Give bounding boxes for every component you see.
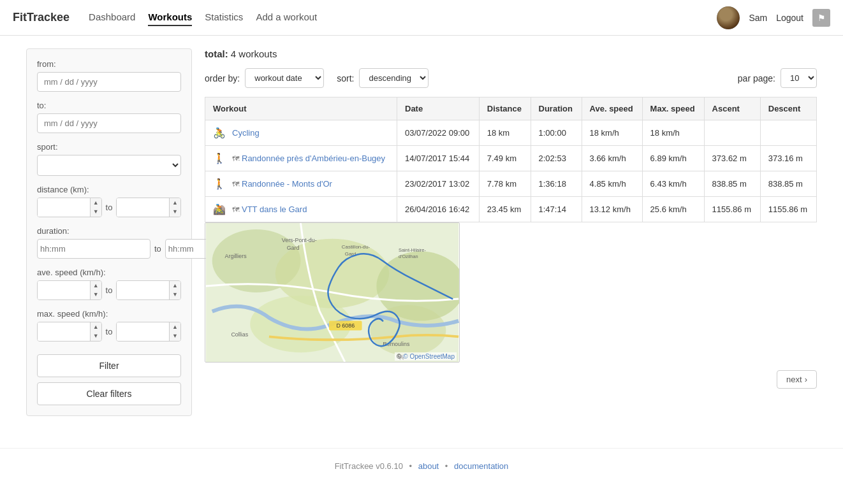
filter-max-speed-max-spinner: ▲ ▼ <box>116 322 181 342</box>
filter-distance-max-spinner: ▲ ▼ <box>116 198 181 217</box>
nav-right: Sam Logout ⚑ <box>717 6 830 29</box>
filter-ave-speed-min-input[interactable] <box>38 281 90 299</box>
workout-max-speed-2: 6.89 km/h <box>642 146 704 171</box>
filter-ave-speed-min-up[interactable]: ▲ <box>91 281 101 291</box>
filter-ave-speed-max-down[interactable]: ▼ <box>170 291 180 300</box>
footer-about-link[interactable]: about <box>418 461 439 471</box>
nav-statistics[interactable]: Statistics <box>205 9 243 26</box>
workout-distance-2: 7.49 km <box>479 146 531 171</box>
workout-max-speed-4: 25.6 km/h <box>642 197 704 222</box>
sort-select[interactable]: descending ascending <box>359 68 429 88</box>
pagination: next › <box>205 370 817 389</box>
workout-link-2[interactable]: Randonnée près d'Ambérieu-en-Bugey <box>242 154 385 163</box>
order-by-select[interactable]: workout date workout name sport distance… <box>245 68 324 88</box>
workout-max-speed-1: 18 km/h <box>642 120 704 146</box>
filter-ave-speed-max-input[interactable] <box>117 281 169 299</box>
total-value: 4 workouts <box>231 48 277 59</box>
filter-ave-speed-row: ▲ ▼ to ▲ ▼ <box>37 280 181 300</box>
filter-to-input[interactable] <box>37 113 181 133</box>
map-preview[interactable]: Argilliers Vers-Pont-du- Gard Castillon-… <box>205 222 460 363</box>
filter-max-speed-min-down[interactable]: ▼ <box>91 332 101 342</box>
per-page-label: par page: <box>738 73 775 83</box>
map-pin-icon-4: 🗺 <box>232 206 239 213</box>
filter-distance-min-up[interactable]: ▲ <box>91 198 101 208</box>
filter-max-speed-max-spinners: ▲ ▼ <box>169 322 180 341</box>
col-date: Date <box>397 97 480 120</box>
nav-logout[interactable]: Logout <box>776 13 803 23</box>
table-header: Workout Date Distance Duration Ave. spee… <box>205 97 817 120</box>
nav-workouts[interactable]: Workouts <box>148 9 192 26</box>
workout-date-4: 26/04/2016 16:42 <box>397 197 480 222</box>
filter-max-speed-min-input[interactable] <box>38 322 90 341</box>
filter-duration-min-input[interactable] <box>37 239 150 259</box>
workout-duration-4: 1:47:14 <box>531 197 582 222</box>
content-area: total: 4 workouts order by: workout date… <box>205 48 817 416</box>
cycling-icon: 🚴 <box>213 127 226 139</box>
workout-link-1[interactable]: Cycling <box>232 128 260 138</box>
filter-duration-group: duration: to <box>37 226 181 259</box>
workout-descent-2: 373.16 m <box>760 146 816 171</box>
filter-ave-speed-max-spinners: ▲ ▼ <box>169 281 180 299</box>
sort-group: sort: descending ascending <box>337 68 429 88</box>
map-container-wrapper: Argilliers Vers-Pont-du- Gard Castillon-… <box>205 222 817 363</box>
openstreetmap-link[interactable]: © OpenStreetMap <box>403 353 455 360</box>
workout-link-3[interactable]: Randonnée - Monts d'Or <box>242 179 332 189</box>
filter-distance-to-connector: to <box>106 203 113 212</box>
workout-ascent-3: 838.85 m <box>704 171 760 197</box>
filter-distance-min-down[interactable]: ▼ <box>91 208 101 217</box>
workout-ave-speed-3: 4.85 km/h <box>582 171 642 197</box>
table-row: 🚵 🗺 VTT dans le Gard 26/04/2016 16:42 23… <box>205 197 817 222</box>
filter-max-speed-min-up[interactable]: ▲ <box>91 322 101 332</box>
filter-max-speed-max-down[interactable]: ▼ <box>170 332 180 342</box>
filter-max-speed-max-up[interactable]: ▲ <box>170 322 180 332</box>
clear-filters-button[interactable]: Clear filters <box>37 382 181 405</box>
svg-text:Gard: Gard <box>287 245 300 251</box>
next-button[interactable]: next › <box>777 370 817 389</box>
col-ascent: Ascent <box>704 97 760 120</box>
avatar[interactable] <box>717 6 740 29</box>
footer: FitTrackee v0.6.10 • about • documentati… <box>0 448 843 484</box>
filter-from-input[interactable] <box>37 72 181 92</box>
per-page-select[interactable]: 10 20 50 <box>781 68 817 88</box>
next-arrow-icon: › <box>805 375 807 384</box>
brand-logo[interactable]: FitTrackee <box>13 11 70 24</box>
filter-max-speed-min-spinner: ▲ ▼ <box>37 322 102 342</box>
filter-distance-max-up[interactable]: ▲ <box>170 198 180 208</box>
nav-links: Dashboard Workouts Statistics Add a work… <box>89 9 717 26</box>
nav-extra-icon[interactable]: ⚑ <box>812 9 830 27</box>
footer-version: v0.6.10 <box>376 461 403 471</box>
workout-ave-speed-2: 3.66 km/h <box>582 146 642 171</box>
workout-link-4[interactable]: VTT dans le Gard <box>242 205 307 214</box>
footer-brand: FitTrackee <box>335 461 374 471</box>
footer-docs-link[interactable]: documentation <box>454 461 508 471</box>
nav-username[interactable]: Sam <box>749 13 767 23</box>
workout-max-speed-3: 6.43 km/h <box>642 171 704 197</box>
col-distance: Distance <box>479 97 531 120</box>
filter-ave-speed-min-down[interactable]: ▼ <box>91 291 101 300</box>
filter-distance-min-input[interactable] <box>38 198 90 217</box>
workout-ave-speed-4: 13.12 km/h <box>582 197 642 222</box>
next-label: next <box>786 375 802 384</box>
filter-sport-select[interactable]: Cycling Hiking MTB <box>37 155 181 176</box>
sort-label: sort: <box>337 73 354 83</box>
workout-duration-1: 1:00:00 <box>531 120 582 146</box>
content-header: total: 4 workouts <box>205 48 817 59</box>
filter-max-speed-row: ▲ ▼ to ▲ ▼ <box>37 322 181 342</box>
filter-button[interactable]: Filter <box>37 354 181 377</box>
nav-add-workout[interactable]: Add a workout <box>256 9 317 26</box>
filter-distance-label: distance (km): <box>37 185 181 194</box>
filter-ave-speed-max-up[interactable]: ▲ <box>170 281 180 291</box>
workout-descent-3: 838.85 m <box>760 171 816 197</box>
map-attribution: © © OpenStreetMap <box>395 352 457 361</box>
filter-distance-max-down[interactable]: ▼ <box>170 208 180 217</box>
filter-distance-max-input[interactable] <box>117 198 169 217</box>
hiking-icon-3: 🚶 <box>213 178 226 190</box>
total-label: total: <box>205 48 228 59</box>
filter-max-speed-max-input[interactable] <box>117 322 169 341</box>
nav-dashboard[interactable]: Dashboard <box>89 9 135 26</box>
filter-duration-to-connector: to <box>154 244 161 254</box>
workout-distance-1: 18 km <box>479 120 531 146</box>
col-duration: Duration <box>531 97 582 120</box>
svg-text:Castillon-du-: Castillon-du- <box>342 244 370 250</box>
filter-ave-speed-label: ave. speed (km/h): <box>37 268 181 277</box>
